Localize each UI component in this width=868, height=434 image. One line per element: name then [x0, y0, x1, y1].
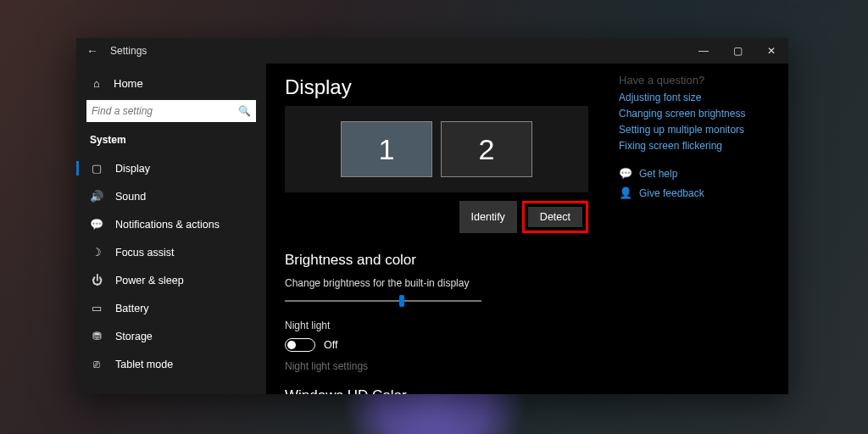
help-link-multiple-monitors[interactable]: Setting up multiple monitors [619, 124, 775, 136]
sidebar-item-battery[interactable]: ▭ Battery [76, 294, 266, 322]
nightlight-toggle[interactable] [285, 338, 315, 352]
main-content: Display 1 2 Identify Detect Brightness a… [266, 64, 788, 394]
app-title: Settings [110, 45, 147, 57]
nightlight-toggle-row[interactable]: Off [285, 338, 770, 352]
settings-window: ← Settings — ▢ ✕ ⌂ Home 🔍 System ▢ Displ [76, 38, 788, 394]
tablet-icon: ⎚ [90, 358, 103, 370]
monitor-2[interactable]: 2 [441, 121, 532, 177]
brightness-slider[interactable] [285, 292, 481, 309]
search-icon: 🔍 [238, 105, 251, 117]
sidebar-item-label: Sound [115, 191, 146, 203]
sidebar-item-label: Battery [115, 303, 149, 314]
search-input[interactable] [92, 105, 238, 117]
minimize-button[interactable]: — [687, 38, 721, 64]
slider-track [285, 300, 481, 302]
detect-highlight: Detect [522, 201, 588, 233]
help-link-brightness[interactable]: Changing screen brightness [619, 108, 775, 120]
sidebar-item-display[interactable]: ▢ Display [76, 154, 266, 182]
nightlight-state: Off [324, 339, 337, 351]
battery-icon: ▭ [90, 302, 103, 314]
sidebar-item-storage[interactable]: ⛃ Storage [76, 322, 266, 350]
toggle-knob [287, 341, 296, 349]
feedback-icon: 👤 [619, 186, 631, 199]
sidebar-item-label: Notifications & actions [115, 219, 220, 231]
slider-thumb[interactable] [399, 295, 404, 307]
nightlight-label: Night light [285, 320, 770, 331]
sidebar-home-label: Home [114, 77, 143, 90]
sidebar-section-label: System [76, 134, 266, 154]
sidebar-item-label: Tablet mode [115, 359, 173, 370]
identify-button[interactable]: Identify [459, 201, 517, 233]
windows-hd-color-heading: Windows HD Color [285, 387, 770, 394]
display-icon: ▢ [90, 162, 103, 175]
help-link-font-size[interactable]: Adjusting font size [619, 92, 775, 103]
question-heading: Have a question? [619, 74, 775, 86]
right-panel: Have a question? Adjusting font size Cha… [619, 74, 788, 199]
sidebar-item-label: Power & sleep [115, 275, 184, 287]
brightness-subtext: Change brightness for the built-in displ… [285, 277, 770, 289]
help-icon: 💬 [619, 167, 631, 180]
give-feedback[interactable]: 👤 Give feedback [619, 186, 775, 199]
back-icon[interactable]: ← [86, 44, 98, 58]
sidebar-item-tablet-mode[interactable]: ⎚ Tablet mode [76, 350, 266, 378]
close-button[interactable]: ✕ [754, 38, 788, 64]
sidebar-item-focus-assist[interactable]: ☽ Focus assist [76, 238, 266, 266]
sidebar-item-power-sleep[interactable]: ⏻ Power & sleep [76, 266, 266, 294]
monitor-arrangement[interactable]: 1 2 [285, 106, 588, 192]
sidebar-item-label: Focus assist [115, 247, 174, 259]
titlebar: ← Settings — ▢ ✕ [76, 38, 788, 64]
focus-assist-icon: ☽ [90, 246, 103, 259]
sidebar-item-notifications[interactable]: 💬 Notifications & actions [76, 210, 266, 238]
window-controls: — ▢ ✕ [687, 38, 788, 64]
home-icon: ⌂ [90, 77, 103, 90]
sound-icon: 🔊 [90, 190, 103, 203]
sidebar: ⌂ Home 🔍 System ▢ Display 🔊 Sound 💬 [76, 64, 266, 394]
detect-button[interactable]: Detect [528, 207, 582, 227]
storage-icon: ⛃ [90, 330, 103, 342]
nightlight-settings-link[interactable]: Night light settings [285, 360, 770, 372]
help-link-flickering[interactable]: Fixing screen flickering [619, 140, 775, 152]
monitor-buttons: Identify Detect [285, 201, 588, 233]
maximize-button[interactable]: ▢ [721, 38, 754, 64]
give-feedback-label: Give feedback [639, 187, 704, 199]
get-help[interactable]: 💬 Get help [619, 167, 775, 180]
sidebar-home[interactable]: ⌂ Home [76, 72, 266, 100]
sidebar-item-label: Display [115, 163, 150, 175]
notifications-icon: 💬 [90, 218, 103, 231]
sidebar-item-label: Storage [115, 331, 153, 342]
monitor-1[interactable]: 1 [341, 121, 432, 177]
search-box[interactable]: 🔍 [86, 100, 256, 122]
power-icon: ⏻ [90, 274, 103, 287]
get-help-label: Get help [639, 168, 677, 180]
sidebar-item-sound[interactable]: 🔊 Sound [76, 182, 266, 210]
brightness-heading: Brightness and color [285, 252, 770, 269]
sidebar-nav: ▢ Display 🔊 Sound 💬 Notifications & acti… [76, 154, 266, 378]
